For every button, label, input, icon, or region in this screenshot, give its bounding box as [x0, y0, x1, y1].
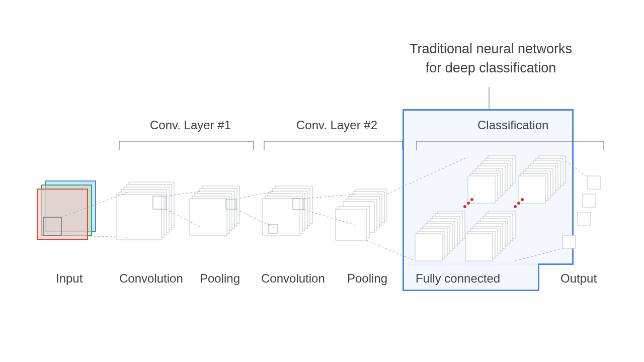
cnn-diagram	[0, 0, 644, 362]
output-units	[562, 176, 601, 248]
svg-rect-82	[562, 235, 576, 248]
input-stack	[37, 181, 96, 239]
svg-point-78	[521, 198, 524, 201]
conv2-stack	[263, 186, 312, 236]
svg-rect-34	[336, 209, 367, 240]
svg-point-75	[470, 198, 473, 201]
svg-rect-3	[37, 189, 88, 239]
svg-rect-80	[583, 194, 596, 207]
svg-rect-79	[588, 176, 601, 189]
pool1-stack	[190, 186, 239, 236]
svg-rect-62	[415, 234, 442, 261]
svg-rect-81	[578, 212, 591, 225]
svg-line-91	[387, 157, 468, 194]
svg-line-93	[566, 161, 588, 177]
pool2-stack	[336, 189, 387, 240]
svg-rect-17	[190, 199, 227, 236]
svg-line-92	[367, 240, 415, 261]
svg-rect-72	[465, 234, 493, 261]
fc-stacks	[415, 156, 566, 261]
svg-point-76	[514, 205, 517, 208]
svg-rect-10	[116, 195, 162, 240]
svg-point-73	[463, 205, 466, 208]
conv1-stack	[116, 182, 174, 240]
svg-point-77	[517, 202, 520, 205]
svg-point-74	[467, 202, 470, 205]
svg-line-94	[515, 248, 562, 261]
